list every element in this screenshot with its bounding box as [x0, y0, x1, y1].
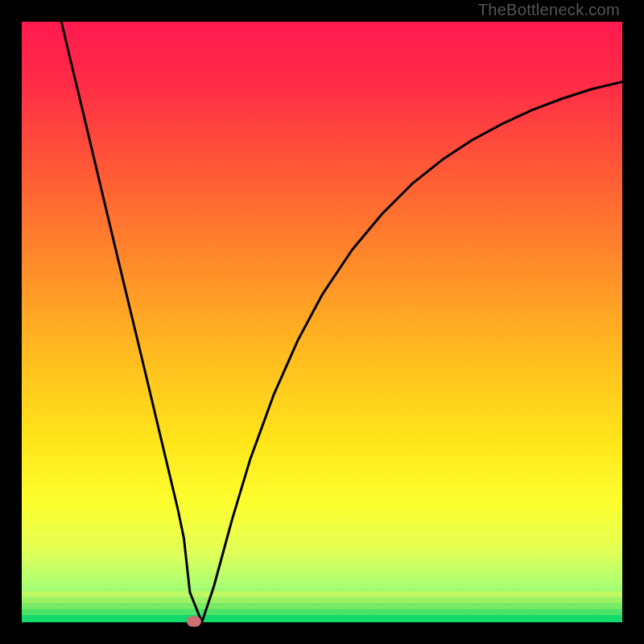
- green-band: [22, 615, 622, 622]
- gradient-background: [22, 22, 622, 622]
- plot-area: [22, 22, 622, 622]
- green-band: [22, 603, 622, 609]
- chart-frame: [22, 22, 622, 622]
- green-band: [22, 609, 622, 615]
- watermark-text: TheBottleneck.com: [478, 1, 620, 19]
- green-band: [22, 597, 622, 603]
- green-band: [22, 591, 622, 597]
- optimal-point-marker: [187, 616, 201, 626]
- v-curve-svg: [22, 22, 622, 622]
